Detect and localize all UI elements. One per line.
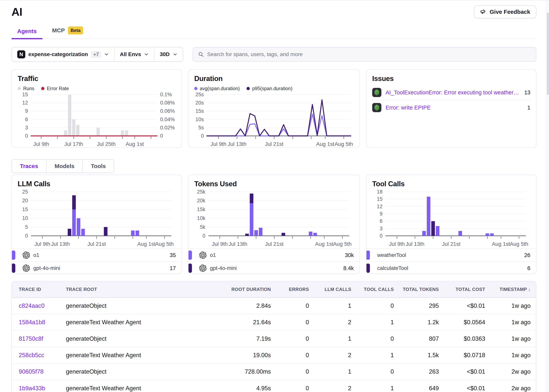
table-row[interactable]: 1b9a433bgenerateText Weather Agent4.95s0…: [12, 380, 536, 392]
svg-text:10: 10: [22, 215, 28, 221]
table-row[interactable]: 1584a1b8generateText Weather Agent21.64s…: [12, 314, 536, 331]
col-trace-id[interactable]: TRACE ID: [12, 287, 65, 292]
total-tokens-cell: 295: [395, 302, 440, 309]
tool-calls-cell: 0: [352, 368, 395, 375]
svg-text:6: 6: [25, 117, 28, 122]
svg-text:Aug 1st: Aug 1st: [126, 141, 144, 147]
svg-text:Jul 13th: Jul 13th: [406, 241, 424, 247]
issue-row: Error: write EPIPE 1: [372, 100, 530, 115]
megaphone-icon: [480, 9, 486, 15]
timestamp-link[interactable]: 1w ago: [512, 319, 531, 326]
svg-text:Jul 13th: Jul 13th: [51, 241, 70, 247]
timestamp-cell: 1w ago: [486, 352, 536, 359]
svg-text:0: 0: [25, 233, 28, 239]
trace-id-link[interactable]: 1584a1b8: [12, 319, 65, 326]
total-tokens-cell: 649: [395, 385, 440, 392]
svg-text:0.02%: 0.02%: [160, 125, 175, 131]
svg-text:Jul 9th: Jul 9th: [211, 141, 226, 147]
search-input[interactable]: [207, 51, 531, 57]
scrollbar-thumb[interactable]: [547, 13, 549, 95]
total-tokens-cell: 1.5k: [395, 352, 440, 359]
tools-legend-rows: weatherTool 26 calculateTool 6: [366, 248, 536, 274]
table-row[interactable]: 258cb5ccgenerateText Weather Agent19.00s…: [12, 347, 536, 364]
timestamp-cell: 1w ago: [486, 335, 536, 342]
total-tokens-cell: 1.2k: [395, 319, 440, 326]
svg-text:5k: 5k: [200, 224, 205, 230]
tool-calls-title: Tool Calls: [372, 180, 530, 188]
issue-link[interactable]: AI_ToolExecutionError: Error executing t…: [385, 89, 520, 96]
col-llm-calls[interactable]: LLM CALLS: [310, 287, 352, 292]
col-tool-calls[interactable]: TOOL CALLS: [352, 287, 395, 292]
search-icon: [198, 51, 204, 57]
legend-row-o1[interactable]: o1 30k: [188, 248, 360, 261]
tab-agents[interactable]: Agents: [12, 28, 43, 39]
date-range-selector[interactable]: 30D: [154, 48, 183, 61]
timestamp-link[interactable]: 2w ago: [512, 368, 531, 375]
table-row[interactable]: c824aac0generateObject2.84s010295<$0.011…: [12, 298, 536, 314]
trace-root-cell: generateText Weather Agent: [65, 352, 195, 359]
svg-text:12: 12: [377, 204, 383, 210]
filter-group: N expense-categorization +7 All Envs 30D: [12, 47, 183, 62]
trace-id-link[interactable]: 1b9a433b: [12, 385, 65, 392]
root-duration-cell: 19.00s: [195, 352, 272, 359]
duration-title: Duration: [194, 75, 354, 83]
timestamp-link[interactable]: 1w ago: [512, 302, 531, 309]
timestamp-link[interactable]: 1w ago: [512, 335, 531, 342]
svg-text:Jul 21st: Jul 21st: [87, 241, 106, 247]
project-name: expense-categorization: [28, 51, 88, 57]
llm-calls-cell: 1: [310, 335, 352, 342]
trace-root-cell: generateText Weather Agent: [65, 319, 195, 326]
series-color-chip: [188, 251, 192, 260]
trace-root-cell: generateText Weather Agent: [65, 385, 195, 392]
tab-mcp[interactable]: MCP Beta: [46, 26, 89, 39]
col-errors[interactable]: ERRORS: [272, 287, 310, 292]
col-total-cost[interactable]: TOTAL COST: [440, 287, 486, 292]
col-root-duration[interactable]: ROOT DURATION: [195, 287, 272, 292]
total-cost-cell: $0.0718: [440, 352, 486, 359]
tab-traces[interactable]: Traces: [12, 160, 46, 173]
trace-id-link[interactable]: 258cb5cc: [12, 352, 65, 359]
tool-calls-cell: 1: [352, 352, 395, 359]
timestamp-cell: 2w ago: [486, 368, 536, 375]
trace-id-link[interactable]: 81750c8f: [12, 335, 65, 342]
legend-row-gpt-4o-mini[interactable]: gpt-4o-mini 8.4k: [188, 261, 360, 274]
svg-text:Jul 9th: Jul 9th: [35, 241, 50, 247]
tab-tools[interactable]: Tools: [82, 160, 114, 173]
timestamp-link[interactable]: 2w ago: [512, 385, 531, 392]
tab-models[interactable]: Models: [46, 160, 82, 173]
traces-table: TRACE ID TRACE ROOT ROOT DURATION ERRORS…: [12, 281, 536, 392]
trace-id-link[interactable]: c824aac0: [12, 302, 65, 309]
svg-text:15: 15: [377, 196, 383, 202]
svg-text:3: 3: [25, 125, 28, 131]
runs-legend-dot: [18, 87, 21, 90]
col-total-tokens[interactable]: TOTAL TOKENS: [395, 287, 440, 292]
llm-calls-cell: 1: [310, 368, 352, 375]
env-selector[interactable]: All Envs: [114, 48, 154, 61]
trace-id-link[interactable]: 90605f78: [12, 368, 65, 375]
issue-link[interactable]: Error: write EPIPE: [385, 105, 523, 111]
table-row[interactable]: 90605f78generateObject728.00ms010263<$0.…: [12, 364, 536, 380]
tool-calls-cell: 1: [352, 319, 395, 326]
svg-text:Jul 17th: Jul 17th: [64, 141, 83, 147]
table-row[interactable]: 81750c8fgenerateObject7.19s010807$0.0363…: [12, 331, 536, 347]
col-timestamp-sorted[interactable]: TIMESTAMP ↓: [486, 287, 536, 292]
metric-panels: LLM Calls 0510152025Jul 9thJul 13thJul 2…: [12, 175, 536, 274]
tool-calls-cell: 0: [352, 302, 395, 309]
project-selector[interactable]: N expense-categorization +7: [12, 48, 114, 61]
total-cost-cell: $0.0363: [440, 335, 486, 342]
svg-text:Jul 13th: Jul 13th: [228, 241, 247, 247]
scrollbar-track[interactable]: [546, 0, 549, 392]
legend-row-calculatetool[interactable]: calculateTool 6: [366, 261, 536, 274]
legend-row-o1[interactable]: o1 35: [12, 248, 182, 261]
col-trace-root[interactable]: TRACE ROOT: [65, 287, 195, 292]
root-duration-cell: 2.84s: [195, 302, 272, 309]
legend-row-weathertool[interactable]: weatherTool 26: [366, 248, 536, 261]
svg-text:0: 0: [380, 233, 383, 239]
timestamp-link[interactable]: 1w ago: [512, 352, 531, 359]
svg-text:Aug 1st: Aug 1st: [315, 241, 333, 247]
legend-row-gpt-4o-mini[interactable]: gpt-4o-mini 17: [12, 261, 182, 274]
timestamp-cell: 1w ago: [486, 319, 536, 326]
give-feedback-button[interactable]: Give Feedback: [474, 5, 536, 18]
svg-text:18: 18: [377, 189, 383, 195]
series-color-chip: [12, 251, 15, 260]
